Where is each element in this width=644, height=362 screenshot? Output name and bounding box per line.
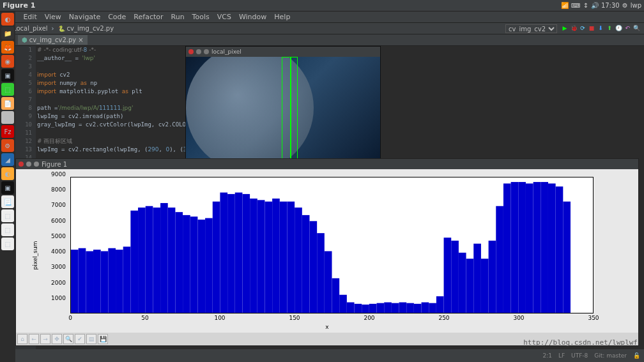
vcs-update-icon[interactable]: ⬇ <box>597 25 604 33</box>
editor-tab-active[interactable]: ⬢ cv_img_cv2.py × <box>18 35 88 45</box>
back-icon[interactable]: ← <box>29 334 39 344</box>
maximize-icon[interactable] <box>204 49 209 54</box>
bar-chart <box>71 177 593 313</box>
launcher-filezilla-icon[interactable]: Fz <box>1 125 14 138</box>
stop-icon[interactable]: ■ <box>588 25 595 33</box>
pan-icon[interactable]: ✥ <box>52 334 62 344</box>
launcher-dash-icon[interactable]: ◐ <box>1 13 14 26</box>
menu-navigate[interactable]: Navigate <box>69 13 100 21</box>
breadcrumb-file[interactable]: cv_img_cv2.py <box>58 25 114 32</box>
svg-rect-18 <box>205 218 213 313</box>
svg-rect-17 <box>197 220 205 313</box>
svg-rect-49 <box>436 296 444 313</box>
plot-canvas[interactable] <box>70 177 594 313</box>
menu-view[interactable]: View <box>45 13 61 21</box>
volume-icon[interactable]: 🔊 <box>591 2 599 9</box>
search-icon[interactable]: 🔍 <box>632 25 640 33</box>
run-icon[interactable]: ▶ <box>561 25 569 33</box>
status-encoding[interactable]: UTF-8 <box>571 352 588 359</box>
forward-icon[interactable]: → <box>40 334 50 344</box>
debug-icon[interactable]: 🐞 <box>570 25 578 33</box>
network-icon[interactable]: ↕ <box>583 2 588 9</box>
close-icon[interactable] <box>19 162 24 167</box>
revert-icon[interactable]: ↶ <box>624 25 631 33</box>
save-icon[interactable]: 💾 <box>98 334 108 344</box>
launcher-terminal-icon[interactable]: ▣ <box>1 69 14 82</box>
svg-rect-42 <box>384 303 392 313</box>
history-icon[interactable]: 🕘 <box>615 25 622 33</box>
home-icon[interactable]: ⌂ <box>17 334 27 344</box>
status-sep[interactable]: LF <box>558 352 565 359</box>
launcher-app7-icon[interactable]: 📃 <box>1 195 14 208</box>
menu-refactor[interactable]: Refactor <box>134 13 163 21</box>
launcher-settings-icon[interactable]: ⚙ <box>1 139 14 152</box>
wifi-icon[interactable]: 📶 <box>561 2 569 9</box>
keyboard-icon[interactable]: ⌨ <box>571 2 580 9</box>
svg-rect-59 <box>511 182 519 313</box>
minimize-icon[interactable] <box>26 162 31 167</box>
launcher-app3-icon[interactable]: ⬚ <box>1 111 14 124</box>
window-title: Figure 1 <box>3 1 561 10</box>
image-window-titlebar[interactable]: local_pixel <box>186 47 380 57</box>
menu-help[interactable]: Help <box>274 13 290 21</box>
status-bar: ▣ 2:1 LF UTF-8 Git: master 🔓 <box>0 349 644 362</box>
maximize-icon[interactable] <box>34 162 39 167</box>
menu-window[interactable]: Window <box>239 13 266 21</box>
svg-rect-48 <box>429 303 436 313</box>
svg-rect-58 <box>503 183 511 313</box>
launcher-files-icon[interactable]: 📁 <box>1 27 14 40</box>
svg-rect-22 <box>235 193 243 313</box>
launcher-ubuntu-icon[interactable]: ◉ <box>1 55 14 68</box>
status-branch[interactable]: Git: master <box>594 352 627 359</box>
menu-code[interactable]: Code <box>108 13 126 21</box>
svg-rect-30 <box>295 207 302 313</box>
config-icon[interactable]: ✔ <box>75 334 85 344</box>
svg-rect-65 <box>556 186 564 313</box>
svg-rect-56 <box>489 241 496 313</box>
menu-edit[interactable]: Edit <box>23 13 36 21</box>
svg-rect-66 <box>563 202 571 313</box>
svg-rect-50 <box>444 238 452 313</box>
subplots-icon[interactable]: ▤ <box>86 334 96 344</box>
svg-rect-25 <box>257 200 265 313</box>
svg-rect-55 <box>481 259 489 313</box>
close-icon[interactable]: × <box>78 36 83 43</box>
svg-rect-4 <box>101 251 109 313</box>
svg-rect-60 <box>518 182 526 313</box>
clock[interactable]: 17:30 <box>601 2 620 9</box>
gear-icon[interactable]: ⚙ <box>622 2 628 9</box>
vcs-commit-icon[interactable]: ⬆ <box>606 25 613 33</box>
menu-run[interactable]: Run <box>171 13 185 21</box>
unity-launcher: ◐ 📁 🦊 ◉ ▣ ⬚ 📄 ⬚ Fz ⚙ ◢ ◐ ▣ 📃 ⬚ ⬚ ⬚ <box>0 11 15 362</box>
figure-titlebar[interactable]: Figure 1 <box>16 159 638 169</box>
user-label[interactable]: lwp <box>631 2 641 9</box>
close-icon[interactable] <box>188 49 194 54</box>
svg-rect-3 <box>93 250 101 313</box>
svg-rect-52 <box>459 253 466 313</box>
svg-rect-31 <box>302 215 310 313</box>
zoom-icon[interactable]: 🔍 <box>63 334 73 344</box>
svg-rect-57 <box>496 206 503 313</box>
figure-window[interactable]: Figure 1 pixel_sum 100020003000400050006… <box>15 158 639 346</box>
status-position[interactable]: 2:1 <box>542 352 551 359</box>
launcher-firefox-icon[interactable]: 🦊 <box>1 41 14 54</box>
launcher-app6-icon[interactable]: ▣ <box>1 181 14 194</box>
launcher-app10-icon[interactable]: ⬚ <box>1 238 14 250</box>
launcher-app8-icon[interactable]: ⬚ <box>1 209 14 222</box>
launcher-app4-icon[interactable]: ◢ <box>1 153 14 166</box>
svg-rect-5 <box>108 248 116 313</box>
launcher-app2-icon[interactable]: 📄 <box>1 97 14 110</box>
breadcrumb-bar: Local_pixel › cv_img_cv2.py cv_img_cv2 ▶… <box>0 23 644 34</box>
minimize-icon[interactable] <box>196 49 201 54</box>
svg-rect-26 <box>264 202 272 313</box>
menu-tools[interactable]: Tools <box>192 13 210 21</box>
launcher-app5-icon[interactable]: ◐ <box>1 167 14 180</box>
launcher-app9-icon[interactable]: ⬚ <box>1 223 14 236</box>
rerun-icon[interactable]: ⟳ <box>579 25 586 33</box>
run-config-select[interactable]: cv_img_cv2 <box>505 24 557 33</box>
launcher-app1-icon[interactable]: ⬚ <box>1 83 14 96</box>
menu-vcs[interactable]: VCS <box>217 13 231 21</box>
lock-icon[interactable]: 🔓 <box>633 352 640 359</box>
image-window[interactable]: local_pixel <box>185 46 381 165</box>
svg-rect-16 <box>190 216 198 313</box>
